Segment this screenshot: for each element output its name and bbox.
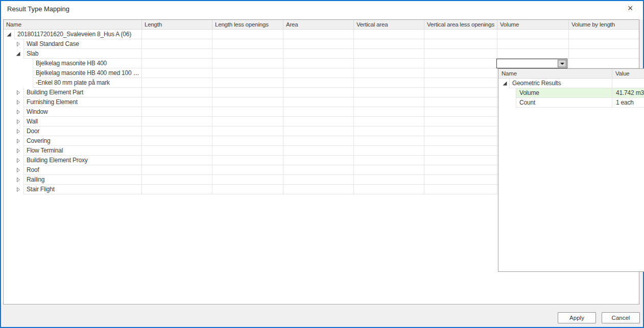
- grid-cell-area[interactable]: [283, 127, 353, 136]
- grid-cell-vertical-area[interactable]: [353, 39, 424, 49]
- grid-cell-length-less-openings[interactable]: [212, 185, 283, 194]
- column-header-vertical-area-less-openings[interactable]: Vertical area less openings: [424, 20, 497, 30]
- grid-cell-length[interactable]: [141, 146, 212, 156]
- grid-cell-length-less-openings[interactable]: [212, 78, 283, 88]
- column-header-volume[interactable]: Volume: [497, 20, 568, 30]
- grid-cell-vertical-area-less-openings[interactable]: [424, 78, 497, 88]
- close-button[interactable]: ×: [624, 2, 637, 15]
- grid-cell-area[interactable]: [283, 49, 353, 59]
- grid-cell-length-less-openings[interactable]: [212, 30, 283, 39]
- tree-row-slab[interactable]: Slab: [4, 49, 639, 59]
- grid-cell-area[interactable]: [283, 97, 353, 107]
- grid-cell-area[interactable]: [283, 68, 353, 78]
- grid-cell-vertical-area[interactable]: [353, 165, 424, 175]
- grid-cell-vertical-area-less-openings[interactable]: [424, 156, 497, 165]
- grid-cell-volume-by-length[interactable]: [568, 39, 639, 49]
- grid-cell-length-less-openings[interactable]: [212, 175, 283, 185]
- grid-cell-area[interactable]: [283, 185, 353, 194]
- expander-expanded-icon[interactable]: [13, 49, 23, 59]
- grid-cell-vertical-area[interactable]: [353, 49, 424, 59]
- grid-cell-vertical-area[interactable]: [353, 117, 424, 127]
- grid-cell-area[interactable]: [283, 88, 353, 97]
- grid-cell-vertical-area-less-openings[interactable]: [424, 117, 497, 127]
- grid-cell-length-less-openings[interactable]: [212, 146, 283, 156]
- grid-cell-length-less-openings[interactable]: [212, 107, 283, 117]
- grid-cell-area[interactable]: [283, 175, 353, 185]
- grid-cell-length-less-openings[interactable]: [212, 117, 283, 127]
- expander-collapsed-icon[interactable]: [13, 127, 23, 136]
- grid-cell-length-less-openings[interactable]: [212, 97, 283, 107]
- grid-cell-length-less-openings[interactable]: [212, 59, 283, 68]
- grid-cell-vertical-area-less-openings[interactable]: [424, 175, 497, 185]
- expander-collapsed-icon[interactable]: [13, 185, 23, 194]
- grid-cell-length-less-openings[interactable]: [212, 156, 283, 165]
- grid-cell-vertical-area-less-openings[interactable]: [424, 185, 497, 194]
- grid-cell-vertical-area-less-openings[interactable]: [424, 136, 497, 146]
- grid-cell-length[interactable]: [141, 59, 212, 68]
- popup-column-header-value[interactable]: Value: [612, 69, 644, 79]
- apply-button[interactable]: Apply: [558, 312, 596, 323]
- grid-cell-length[interactable]: [141, 127, 212, 136]
- grid-cell-vertical-area-less-openings[interactable]: [424, 146, 497, 156]
- expander-collapsed-icon[interactable]: [13, 88, 23, 97]
- grid-cell-volume[interactable]: [497, 30, 568, 39]
- grid-cell-area[interactable]: [283, 39, 353, 49]
- grid-cell-vertical-area[interactable]: [353, 175, 424, 185]
- grid-cell-vertical-area[interactable]: [353, 127, 424, 136]
- grid-cell-vertical-area-less-openings[interactable]: [424, 30, 497, 39]
- column-header-name[interactable]: Name: [4, 20, 141, 30]
- column-header-length[interactable]: Length: [141, 20, 212, 30]
- grid-cell-length[interactable]: [141, 49, 212, 59]
- grid-cell-vertical-area[interactable]: [353, 78, 424, 88]
- expander-collapsed-icon[interactable]: [13, 107, 23, 117]
- grid-cell-area[interactable]: [283, 146, 353, 156]
- grid-cell-vertical-area[interactable]: [353, 136, 424, 146]
- grid-cell-vertical-area[interactable]: [353, 185, 424, 194]
- grid-cell-vertical-area-less-openings[interactable]: [424, 107, 497, 117]
- grid-cell-vertical-area-less-openings[interactable]: [424, 165, 497, 175]
- grid-cell-volume[interactable]: [497, 39, 568, 49]
- grid-cell-area[interactable]: [283, 30, 353, 39]
- grid-cell-volume[interactable]: [497, 49, 568, 59]
- grid-cell-vertical-area-less-openings[interactable]: [424, 97, 497, 107]
- grid-cell-area[interactable]: [283, 165, 353, 175]
- grid-cell-length[interactable]: [141, 39, 212, 49]
- column-header-length-less-openings[interactable]: Length less openings: [212, 20, 283, 30]
- grid-cell-length-less-openings[interactable]: [212, 49, 283, 59]
- expander-collapsed-icon[interactable]: [13, 156, 23, 165]
- grid-cell-length[interactable]: [141, 117, 212, 127]
- cancel-button[interactable]: Cancel: [602, 312, 640, 323]
- dropdown-button[interactable]: [558, 60, 566, 67]
- expander-collapsed-icon[interactable]: [13, 165, 23, 175]
- grid-cell-length[interactable]: [141, 156, 212, 165]
- grid-cell-length[interactable]: [141, 97, 212, 107]
- expander-expanded-icon[interactable]: [500, 79, 509, 88]
- grid-cell-length[interactable]: [141, 68, 212, 78]
- grid-cell-vertical-area[interactable]: [353, 30, 424, 39]
- expander-expanded-icon[interactable]: [4, 30, 14, 39]
- grid-cell-volume-by-length[interactable]: [568, 49, 639, 59]
- grid-cell-vertical-area-less-openings[interactable]: [424, 127, 497, 136]
- expander-collapsed-icon[interactable]: [13, 117, 23, 127]
- expander-collapsed-icon[interactable]: [13, 97, 23, 107]
- grid-cell-vertical-area-less-openings[interactable]: [424, 39, 497, 49]
- grid-cell-area[interactable]: [283, 78, 353, 88]
- grid-cell-vertical-area[interactable]: [353, 107, 424, 117]
- grid-cell-vertical-area-less-openings[interactable]: [424, 49, 497, 59]
- grid-cell-length[interactable]: [141, 30, 212, 39]
- grid-cell-length-less-openings[interactable]: [212, 127, 283, 136]
- grid-cell-length-less-openings[interactable]: [212, 136, 283, 146]
- grid-cell-vertical-area-less-openings[interactable]: [424, 68, 497, 78]
- grid-cell-volume-by-length[interactable]: [568, 59, 639, 68]
- column-header-vertical-area[interactable]: Vertical area: [353, 20, 424, 30]
- column-header-volume-by-length[interactable]: Volume by length: [568, 20, 639, 30]
- volume-editor-combobox[interactable]: [496, 59, 567, 68]
- popup-column-header-name[interactable]: Name: [498, 69, 612, 79]
- expander-collapsed-icon[interactable]: [13, 146, 23, 156]
- grid-cell-area[interactable]: [283, 136, 353, 146]
- grid-cell-length[interactable]: [141, 175, 212, 185]
- grid-cell-volume-by-length[interactable]: [568, 30, 639, 39]
- column-header-area[interactable]: Area: [283, 20, 353, 30]
- popup-row-geometric-results[interactable]: Geometric Results: [498, 79, 644, 88]
- grid-cell-length[interactable]: [141, 165, 212, 175]
